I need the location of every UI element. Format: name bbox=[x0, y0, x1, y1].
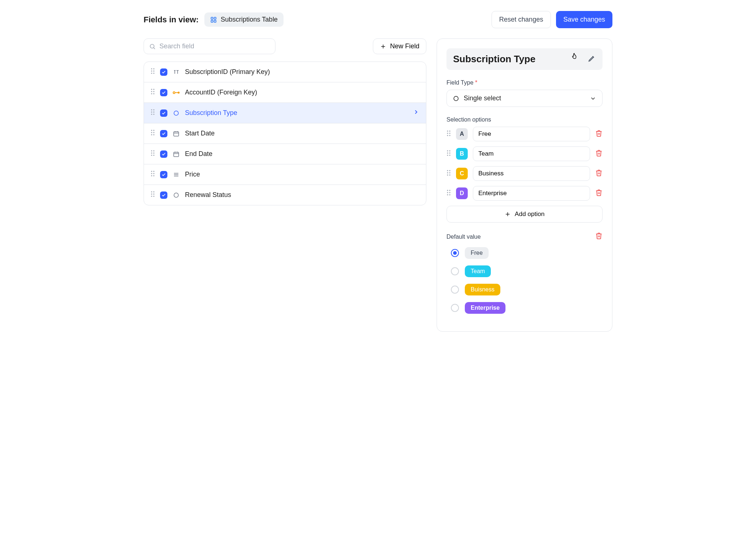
field-row[interactable]: Renewal Status bbox=[144, 185, 426, 205]
field-row[interactable]: SubscriptionID (Primary Key) bbox=[144, 62, 426, 82]
svg-point-61 bbox=[151, 193, 152, 194]
selection-option-row: B bbox=[446, 146, 603, 161]
drag-handle-icon[interactable] bbox=[151, 109, 155, 117]
svg-rect-3 bbox=[214, 20, 216, 22]
grid-icon bbox=[210, 16, 217, 23]
svg-point-71 bbox=[447, 135, 448, 136]
radio-button[interactable] bbox=[451, 249, 459, 257]
radio-button[interactable] bbox=[451, 267, 459, 275]
option-letter-badge[interactable]: A bbox=[456, 128, 468, 140]
search-input[interactable] bbox=[159, 42, 270, 50]
field-row[interactable]: End Date bbox=[144, 144, 426, 164]
field-label: Subscription Type bbox=[185, 109, 408, 117]
visibility-checkbox[interactable] bbox=[160, 89, 167, 96]
svg-point-51 bbox=[153, 171, 154, 172]
new-field-button[interactable]: New Field bbox=[373, 38, 426, 54]
view-chip[interactable]: Subscriptions Table bbox=[204, 12, 284, 27]
svg-point-10 bbox=[151, 70, 152, 71]
add-option-label: Add option bbox=[515, 211, 544, 218]
view-chip-label: Subscriptions Table bbox=[220, 16, 278, 23]
plus-icon bbox=[504, 211, 511, 217]
visibility-checkbox[interactable] bbox=[160, 191, 167, 199]
reset-changes-button[interactable]: Reset changes bbox=[492, 11, 551, 28]
drag-handle-icon[interactable] bbox=[151, 129, 155, 138]
svg-point-26 bbox=[153, 111, 154, 112]
option-value-input[interactable] bbox=[473, 127, 590, 141]
visibility-checkbox[interactable] bbox=[160, 68, 167, 76]
default-value-option[interactable]: Buisness bbox=[446, 284, 603, 295]
drag-handle-icon[interactable] bbox=[446, 150, 451, 158]
delete-option-button[interactable] bbox=[595, 169, 603, 178]
svg-line-5 bbox=[154, 48, 155, 49]
drag-handle-icon[interactable] bbox=[151, 68, 155, 76]
selection-option-row: C bbox=[446, 166, 603, 181]
svg-point-23 bbox=[151, 109, 152, 110]
svg-point-18 bbox=[151, 93, 152, 94]
svg-point-30 bbox=[151, 130, 152, 131]
option-letter-badge[interactable]: C bbox=[456, 168, 468, 179]
visibility-checkbox[interactable] bbox=[160, 130, 167, 137]
page-title: Fields in view: bbox=[144, 15, 199, 25]
option-value-input[interactable] bbox=[473, 186, 590, 201]
visibility-checkbox[interactable] bbox=[160, 150, 167, 158]
field-type-icon bbox=[173, 69, 180, 75]
field-row[interactable]: Price bbox=[144, 164, 426, 185]
delete-option-button[interactable] bbox=[595, 189, 603, 198]
svg-rect-1 bbox=[214, 17, 216, 19]
svg-point-28 bbox=[153, 113, 154, 115]
field-type-icon bbox=[173, 110, 180, 116]
drag-handle-icon[interactable] bbox=[151, 88, 155, 97]
default-value-pill: Team bbox=[465, 265, 491, 277]
trash-icon bbox=[595, 232, 603, 239]
svg-point-4 bbox=[150, 44, 154, 48]
default-value-option[interactable]: Enterprise bbox=[446, 302, 603, 314]
pencil-icon bbox=[588, 54, 596, 62]
drag-handle-icon[interactable] bbox=[151, 170, 155, 179]
svg-point-79 bbox=[447, 170, 448, 171]
search-field-container[interactable] bbox=[144, 38, 275, 54]
edit-title-button[interactable] bbox=[588, 54, 596, 64]
field-type-label: Field Type * bbox=[446, 79, 603, 86]
radio-button[interactable] bbox=[451, 286, 459, 294]
svg-point-24 bbox=[153, 109, 154, 110]
option-value-input[interactable] bbox=[473, 166, 590, 181]
svg-point-68 bbox=[449, 130, 450, 131]
default-value-option[interactable]: Team bbox=[446, 265, 603, 277]
field-row[interactable]: AccountID (Foreign Key) bbox=[144, 82, 426, 103]
option-value-input[interactable] bbox=[473, 146, 590, 161]
default-value-label: Default value bbox=[446, 234, 481, 240]
svg-point-80 bbox=[449, 170, 450, 171]
drag-handle-icon[interactable] bbox=[151, 191, 155, 199]
field-row[interactable]: Subscription Type bbox=[144, 103, 426, 123]
drag-handle-icon[interactable] bbox=[446, 189, 451, 198]
drag-handle-icon[interactable] bbox=[151, 150, 155, 158]
visibility-checkbox[interactable] bbox=[160, 109, 167, 117]
option-letter-badge[interactable]: D bbox=[456, 187, 468, 199]
save-changes-button[interactable]: Save changes bbox=[556, 11, 612, 28]
field-row[interactable]: Start Date bbox=[144, 123, 426, 144]
clear-default-button[interactable] bbox=[595, 232, 603, 241]
delete-option-button[interactable] bbox=[595, 149, 603, 159]
drag-handle-icon[interactable] bbox=[446, 130, 451, 138]
radio-button[interactable] bbox=[451, 304, 459, 312]
chevron-down-icon bbox=[590, 95, 596, 102]
svg-point-55 bbox=[153, 175, 154, 176]
svg-point-19 bbox=[153, 93, 154, 94]
svg-point-87 bbox=[447, 192, 448, 193]
field-type-select[interactable]: Single select bbox=[446, 90, 603, 107]
delete-option-button[interactable] bbox=[595, 130, 603, 139]
svg-point-78 bbox=[449, 155, 450, 156]
svg-point-81 bbox=[447, 172, 448, 173]
drag-handle-icon[interactable] bbox=[446, 170, 451, 178]
svg-rect-2 bbox=[211, 20, 213, 22]
svg-rect-36 bbox=[174, 131, 179, 136]
option-letter-badge[interactable]: B bbox=[456, 148, 468, 160]
svg-rect-0 bbox=[211, 17, 213, 19]
add-option-button[interactable]: Add option bbox=[446, 206, 603, 223]
pointer-cursor-icon bbox=[571, 52, 580, 61]
svg-point-73 bbox=[447, 150, 448, 151]
svg-point-27 bbox=[151, 113, 152, 115]
field-type-icon bbox=[173, 90, 180, 95]
default-value-option[interactable]: Free bbox=[446, 247, 603, 259]
visibility-checkbox[interactable] bbox=[160, 171, 167, 178]
